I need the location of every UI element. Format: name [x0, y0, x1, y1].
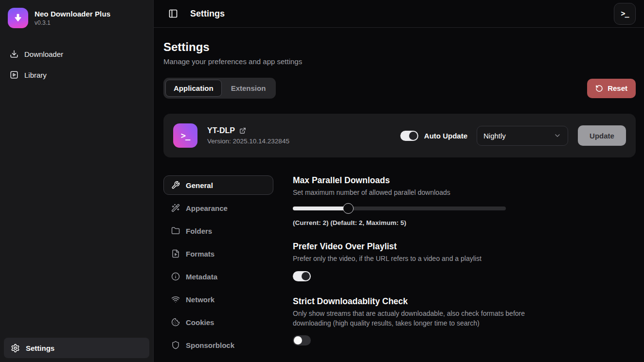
gear-icon — [11, 344, 20, 353]
settings-nav-network[interactable]: Network — [163, 290, 273, 309]
ytdlp-title: YT-DLP — [207, 126, 235, 135]
ytdlp-version: Version: 2025.10.14.232845 — [207, 138, 289, 145]
sidebar-bottom: Settings — [0, 334, 153, 362]
cookie-icon — [171, 318, 180, 327]
terminal-button[interactable]: >_ — [614, 3, 636, 25]
settings-nav: General Appearance — [163, 175, 273, 355]
update-channel-select[interactable]: Nightly — [477, 126, 568, 146]
settings-nav-label: Appearance — [186, 204, 228, 212]
settings-body: General Appearance — [163, 175, 636, 355]
settings-nav-label: Cookies — [186, 318, 214, 327]
app-header: Neo Downloader Plus v0.3.1 — [0, 0, 153, 35]
wrench-icon — [171, 181, 180, 190]
update-channel-value: Nightly — [483, 132, 506, 140]
strict-check-toggle[interactable] — [293, 335, 311, 345]
page-title: Settings — [163, 40, 636, 54]
setting-title: Prefer Video Over Playlist — [293, 241, 636, 252]
folder-icon — [171, 226, 180, 235]
app-title: Neo Downloader Plus — [35, 10, 110, 18]
settings-nav-cookies[interactable]: Cookies — [163, 312, 273, 332]
chevron-down-icon — [554, 132, 561, 139]
sidebar-item-settings[interactable]: Settings — [4, 338, 149, 358]
wand-sparkles-icon — [171, 204, 180, 212]
ytdlp-info: YT-DLP Version: 2025.10.14.232845 — [207, 126, 289, 145]
play-square-icon — [10, 70, 18, 79]
panel-left-icon — [168, 9, 178, 18]
ytdlp-controls: Auto Update Nightly Update — [400, 125, 626, 146]
sidebar-nav: Downloader Library — [0, 48, 153, 81]
setting-title: Max Parallel Downloads — [293, 175, 636, 186]
update-button[interactable]: Update — [578, 125, 626, 146]
ytdlp-card: >_ YT-DLP Version: 2025.10.14.232845 Aut… — [163, 114, 636, 157]
settings-nav-label: Sponsorblock — [186, 341, 234, 349]
sidebar-item-label: Downloader — [24, 50, 63, 58]
file-video-icon — [171, 249, 180, 258]
reset-button[interactable]: Reset — [587, 79, 636, 98]
settings-nav-metadata[interactable]: Metadata — [163, 267, 273, 286]
app-logo-download-icon — [8, 8, 28, 28]
settings-nav-general[interactable]: General — [163, 175, 273, 195]
tabs-row: Application Extension Reset — [163, 78, 636, 99]
setting-description: Set maximum number of allowed parallel d… — [293, 188, 546, 197]
topbar: Settings >_ — [154, 0, 644, 28]
ytdlp-terminal-icon: >_ — [173, 123, 197, 148]
reset-button-label: Reset — [608, 84, 627, 92]
settings-nav-label: Formats — [186, 250, 215, 258]
slider-fill — [293, 207, 348, 210]
app-version: v0.3.1 — [35, 19, 110, 26]
tab-application[interactable]: Application — [165, 80, 222, 97]
shield-icon — [171, 341, 180, 349]
setting-max-parallel-downloads: Max Parallel Downloads Set maximum numbe… — [293, 175, 636, 226]
app-identity: Neo Downloader Plus v0.3.1 — [35, 10, 110, 26]
sidebar-item-label: Library — [24, 71, 47, 79]
page-subtitle: Manage your preferences and app settings — [163, 57, 636, 66]
auto-update-toggle[interactable] — [400, 131, 418, 141]
download-icon — [10, 50, 18, 58]
setting-title: Strict Downloadablity Check — [293, 296, 636, 307]
auto-update-label: Auto Update — [424, 132, 467, 140]
wifi-icon — [171, 295, 180, 304]
settings-nav-appearance[interactable]: Appearance — [163, 198, 273, 218]
settings-nav-sponsorblock[interactable]: Sponsorblock — [163, 335, 273, 355]
setting-description: Prefer only the video, if the URL refers… — [293, 254, 546, 263]
main-area: Settings >_ Settings Manage your prefere… — [154, 0, 644, 362]
prefer-video-toggle[interactable] — [293, 271, 311, 281]
settings-panel: Max Parallel Downloads Set maximum numbe… — [293, 175, 636, 355]
settings-nav-label: Folders — [186, 227, 212, 235]
sidebar-item-library[interactable]: Library — [8, 69, 145, 81]
sidebar: Neo Downloader Plus v0.3.1 Downloader Li… — [0, 0, 154, 362]
settings-nav-label: Metadata — [186, 273, 217, 281]
sidebar-item-downloader[interactable]: Downloader — [8, 48, 145, 60]
tab-group: Application Extension — [163, 78, 276, 99]
setting-prefer-video: Prefer Video Over Playlist Prefer only t… — [293, 241, 636, 281]
sidebar-toggle-button[interactable] — [168, 9, 178, 18]
max-parallel-slider[interactable] — [293, 203, 506, 214]
terminal-icon: >_ — [621, 9, 628, 18]
topbar-title: Settings — [190, 9, 225, 19]
tab-extension[interactable]: Extension — [223, 80, 274, 97]
sidebar-item-label: Settings — [26, 344, 54, 352]
settings-nav-formats[interactable]: Formats — [163, 244, 273, 263]
settings-nav-label: General — [186, 181, 213, 190]
setting-description: Only show streams that are actualy downl… — [293, 309, 546, 328]
slider-thumb[interactable] — [343, 203, 354, 214]
setting-caption: (Current: 2) (Default: 2, Maximum: 5) — [293, 219, 636, 226]
settings-nav-folders[interactable]: Folders — [163, 221, 273, 241]
external-link-icon[interactable] — [239, 127, 246, 134]
rotate-ccw-icon — [595, 85, 603, 92]
setting-strict-check: Strict Downloadablity Check Only show st… — [293, 296, 636, 346]
settings-nav-label: Network — [186, 295, 215, 304]
info-icon — [171, 272, 180, 281]
settings-content: Settings Manage your preferences and app… — [154, 28, 644, 362]
